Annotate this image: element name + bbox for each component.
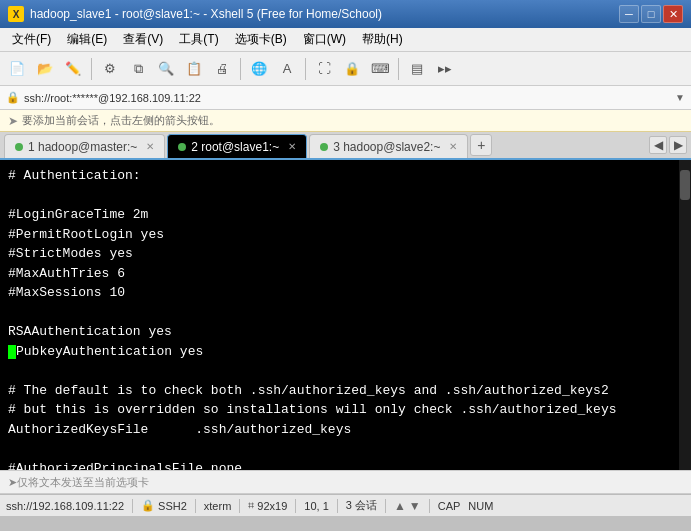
toolbar-sep-1 <box>91 58 92 80</box>
maximize-button[interactable]: □ <box>641 5 661 23</box>
status-host-text: ssh://192.168.109.11:22 <box>6 500 124 512</box>
tab-prev-button[interactable]: ◀ <box>649 136 667 154</box>
toolbar: 📄 📂 ✏️ ⚙ ⧉ 🔍 📋 🖨 🌐 A ⛶ 🔒 ⌨ ▤ ▸▸ <box>0 52 691 86</box>
paste-button[interactable]: 📋 <box>181 56 207 82</box>
status-protocol-item: 🔒 SSH2 <box>141 499 187 512</box>
tab-1[interactable]: 1 hadoop@master:~ ✕ <box>4 134 165 158</box>
status-num-item: NUM <box>468 500 493 512</box>
properties-button[interactable]: ⚙ <box>97 56 123 82</box>
app-icon: X <box>8 6 24 22</box>
close-button[interactable]: ✕ <box>663 5 683 23</box>
menu-window[interactable]: 窗口(W) <box>295 29 354 50</box>
info-arrow-icon: ➤ <box>8 114 18 128</box>
print-button[interactable]: 🖨 <box>209 56 235 82</box>
menu-tools[interactable]: 工具(T) <box>171 29 226 50</box>
lock-button[interactable]: 🔒 <box>339 56 365 82</box>
bottom-input-bar: ➤ 仅将文本发送至当前选项卡 <box>0 470 691 494</box>
terminal-cursor <box>8 345 16 359</box>
menu-file[interactable]: 文件(F) <box>4 29 59 50</box>
status-caps: CAP <box>438 500 461 512</box>
menu-edit[interactable]: 编辑(E) <box>59 29 115 50</box>
status-sessions-item: 3 会话 <box>346 498 377 513</box>
toolbar-sep-3 <box>305 58 306 80</box>
lock-small-icon: 🔒 <box>141 499 155 512</box>
tab-3-label: 3 hadoop@slave2:~ <box>333 140 440 154</box>
keyboard-button[interactable]: ⌨ <box>367 56 393 82</box>
tab-bar: 1 hadoop@master:~ ✕ 2 root@slave1:~ ✕ 3 … <box>0 132 691 160</box>
search-button[interactable]: 🔍 <box>153 56 179 82</box>
status-position: 10, 1 <box>304 500 328 512</box>
status-sep-6 <box>385 499 386 513</box>
status-sep-5 <box>337 499 338 513</box>
font-button[interactable]: A <box>274 56 300 82</box>
tab-2-dot <box>178 143 186 151</box>
status-sessions: 3 会话 <box>346 498 377 513</box>
tab-1-label: 1 hadoop@master:~ <box>28 140 137 154</box>
tab-2-label: 2 root@slave1:~ <box>191 140 279 154</box>
status-sep-7 <box>429 499 430 513</box>
bottom-arrow-icon: ➤ <box>8 476 17 489</box>
status-up-arrow: ▲ <box>394 499 406 513</box>
status-size: 92x19 <box>257 500 287 512</box>
status-protocol: SSH2 <box>158 500 187 512</box>
tab-2-close[interactable]: ✕ <box>288 141 296 152</box>
terminal-scrollbar-thumb[interactable] <box>680 170 690 200</box>
info-text: 要添加当前会话，点击左侧的箭头按钮。 <box>22 113 220 128</box>
window-controls: ─ □ ✕ <box>619 5 683 23</box>
open-button[interactable]: 📂 <box>32 56 58 82</box>
status-caps-item: CAP <box>438 500 461 512</box>
status-host: ssh://192.168.109.11:22 <box>6 500 124 512</box>
menu-view[interactable]: 查看(V) <box>115 29 171 50</box>
window-title: hadoop_slave1 - root@slave1:~ - Xshell 5… <box>30 7 619 21</box>
fullscreen-button[interactable]: ⛶ <box>311 56 337 82</box>
tab-next-button[interactable]: ▶ <box>669 136 687 154</box>
copy-button[interactable]: ⧉ <box>125 56 151 82</box>
more-button[interactable]: ▸▸ <box>432 56 458 82</box>
status-position-item: 10, 1 <box>304 500 328 512</box>
status-terminal-item: xterm <box>204 500 232 512</box>
status-size-icon: ⌗ <box>248 499 254 512</box>
new-session-button[interactable]: 📄 <box>4 56 30 82</box>
status-down-arrow: ▼ <box>409 499 421 513</box>
minimize-button[interactable]: ─ <box>619 5 639 23</box>
status-sep-4 <box>295 499 296 513</box>
status-arrows-item: ▲ ▼ <box>394 499 421 513</box>
toolbar-sep-4 <box>398 58 399 80</box>
bottom-placeholder: 仅将文本发送至当前选项卡 <box>17 475 149 490</box>
tab-1-dot <box>15 143 23 151</box>
info-bar: ➤ 要添加当前会话，点击左侧的箭头按钮。 <box>0 110 691 132</box>
add-tab-button[interactable]: + <box>470 134 492 156</box>
status-sep-1 <box>132 499 133 513</box>
tab-3[interactable]: 3 hadoop@slave2:~ ✕ <box>309 134 468 158</box>
status-sep-2 <box>195 499 196 513</box>
toolbar-sep-2 <box>240 58 241 80</box>
terminal-content: # Authentication: #LoginGraceTime 2m #Pe… <box>8 166 683 470</box>
tab-nav: ◀ ▶ <box>649 136 687 154</box>
tab-3-dot <box>320 143 328 151</box>
status-num: NUM <box>468 500 493 512</box>
lock-icon: 🔒 <box>6 91 20 104</box>
tab-3-close[interactable]: ✕ <box>449 141 457 152</box>
menu-bar: 文件(F) 编辑(E) 查看(V) 工具(T) 选项卡(B) 窗口(W) 帮助(… <box>0 28 691 52</box>
menu-help[interactable]: 帮助(H) <box>354 29 411 50</box>
terminal-scrollbar[interactable] <box>679 160 691 470</box>
status-bar: ssh://192.168.109.11:22 🔒 SSH2 xterm ⌗ 9… <box>0 494 691 516</box>
session-panel-button[interactable]: ▤ <box>404 56 430 82</box>
menu-tab[interactable]: 选项卡(B) <box>227 29 295 50</box>
address-text: ssh://root:******@192.168.109.11:22 <box>24 92 671 104</box>
address-dropdown-button[interactable]: ▼ <box>675 92 685 103</box>
status-size-item: ⌗ 92x19 <box>248 499 287 512</box>
address-bar: 🔒 ssh://root:******@192.168.109.11:22 ▼ <box>0 86 691 110</box>
tab-2[interactable]: 2 root@slave1:~ ✕ <box>167 134 307 158</box>
edit-button[interactable]: ✏️ <box>60 56 86 82</box>
title-bar: X hadoop_slave1 - root@slave1:~ - Xshell… <box>0 0 691 28</box>
tab-1-close[interactable]: ✕ <box>146 141 154 152</box>
terminal[interactable]: # Authentication: #LoginGraceTime 2m #Pe… <box>0 160 691 470</box>
globe-button[interactable]: 🌐 <box>246 56 272 82</box>
status-terminal: xterm <box>204 500 232 512</box>
status-sep-3 <box>239 499 240 513</box>
